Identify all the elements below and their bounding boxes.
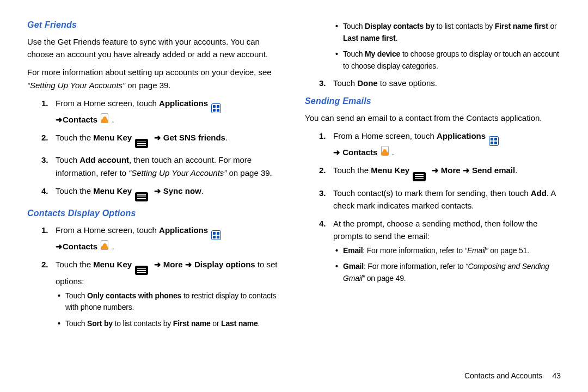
heading-contacts-display-options: Contacts Display Options [27,207,283,220]
steps-display-options-cont: Touch Done to save options. [305,77,561,89]
steps-get-friends: From a Home screen, touch Applications ➜… [27,97,283,201]
step: At the prompt, choose a sending method, … [305,217,561,285]
paragraph: Use the Get Friends feature to sync with… [27,35,283,61]
step: Touch the Menu Key ➜ More ➜ Send email. [305,164,561,181]
step: Touch contact(s) to mark them for sendin… [305,187,561,212]
applications-icon [489,136,499,146]
applications-icon [211,230,221,240]
sub-bullets: Email: For more information, refer to “E… [333,245,561,285]
menu-key-icon [135,192,148,201]
step: Touch Done to save options. [305,77,561,89]
bullet: Gmail: For more information, refer to “C… [333,261,561,284]
arrow-icon: ➜ [333,148,340,157]
arrow-icon: ➜ [56,115,63,124]
page-number: 43 [544,370,561,382]
step: Touch the Menu Key ➜ Get SNS friends. [27,131,283,148]
step: Touch Add account, then touch an account… [27,154,283,179]
contacts-icon [380,146,390,156]
bullet: Touch Sort by to list contacts by First … [56,318,283,330]
bullet: Touch Display contacts by to list contac… [333,21,561,44]
arrow-icon: ➜ [432,166,439,175]
bullet: Touch Only contacts with phones to restr… [56,290,283,314]
menu-key-icon [413,172,426,181]
left-column: Get Friends Use the Get Friends feature … [27,19,294,376]
applications-icon [211,103,221,113]
heading-sending-emails: Sending Emails [305,95,561,108]
bullet: Touch My device to choose groups to disp… [333,48,561,72]
step: Touch the Menu Key ➜ Sync now. [27,185,283,201]
sub-bullets-continued: Touch Display contacts by to list contac… [333,21,561,72]
right-column: Touch Display contacts by to list contac… [294,19,561,376]
heading-get-friends: Get Friends [27,19,283,32]
arrow-icon: ➜ [56,242,63,251]
menu-key-icon [135,139,148,148]
sub-bullets: Touch Only contacts with phones to restr… [56,290,283,330]
arrow-icon: ➜ [154,260,161,269]
step: Touch the Menu Key ➜ More ➜ Display opti… [27,258,283,330]
menu-key-icon [135,266,148,275]
footer-section-label: Contacts and Accounts [464,371,542,380]
step: From a Home screen, touch Applications ➜… [27,224,283,253]
steps-display-options: From a Home screen, touch Applications ➜… [27,224,283,330]
paragraph: You can send an email to a contact from … [305,112,561,124]
contacts-icon [100,113,109,123]
arrow-icon: ➜ [154,186,161,195]
contacts-icon [100,240,109,250]
arrow-icon: ➜ [463,166,470,175]
step: From a Home screen, touch Applications ➜… [305,130,561,158]
bullet: Email: For more information, refer to “E… [333,245,561,257]
page-footer: Contacts and Accounts 43 [464,370,561,382]
steps-sending-emails: From a Home screen, touch Applications ➜… [305,130,561,285]
paragraph: For more information about setting up ac… [27,66,283,91]
step: From a Home screen, touch Applications ➜… [27,97,283,126]
arrow-icon: ➜ [185,260,192,269]
page: Get Friends Use the Get Friends feature … [0,0,588,392]
arrow-icon: ➜ [154,133,161,142]
